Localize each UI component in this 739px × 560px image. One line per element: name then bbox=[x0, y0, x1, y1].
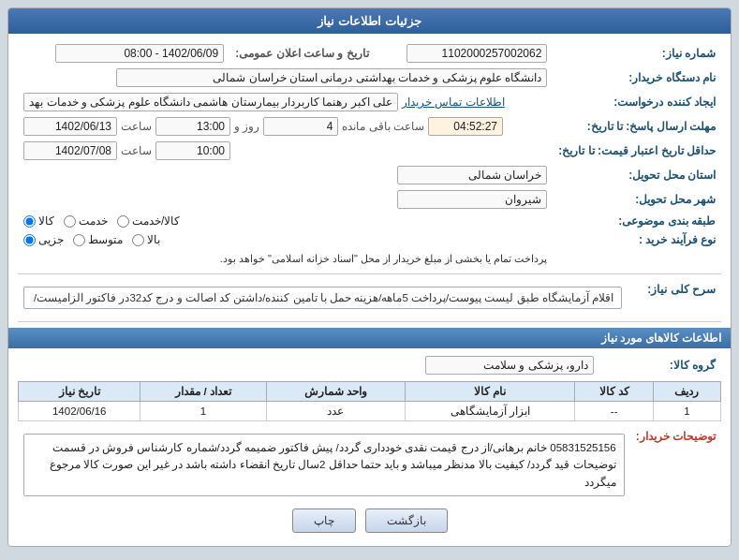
tamas-khariddar-link[interactable]: اطلاعات تماس خریدار bbox=[402, 96, 505, 109]
panel-body: شماره نیاز: 1102000257002062 تاریخ و ساع… bbox=[8, 34, 731, 546]
name-dastgah-value: دانشگاه علوم پزشکی و خدمات بهداشتی درمان… bbox=[18, 66, 553, 90]
radio-kala-khadmat-label: کالا/خدمت bbox=[132, 214, 180, 228]
hadaghel-value: 1402/07/08 ساعت 10:00 bbox=[18, 139, 553, 163]
table-cell-tarikh: 1402/06/16 bbox=[19, 402, 140, 421]
mohlet-label-text: مهلت ارسال پاسخ: تا تاریخ: bbox=[587, 120, 716, 133]
group-kala-table: گروه کالا: دارو، پزشکی و سلامت bbox=[18, 353, 721, 377]
row-hadaghel: حداقل تاریخ اعتبار قیمت: تا تاریخ: 1402/… bbox=[18, 139, 721, 163]
table-cell-name_kala: ابزار آزمایشگاهی bbox=[405, 402, 575, 421]
pardakht-note-cell: پرداخت تمام یا بخشی از مبلغ خریدار از مح… bbox=[18, 249, 553, 268]
shahr-label: شهر محل تحویل: bbox=[553, 187, 721, 212]
ostan-input: خراسان شمالی bbox=[397, 166, 547, 184]
tarikh-saat-input: 1402/06/09 - 08:00 bbox=[55, 44, 224, 63]
tarikh-saat-value: 1402/06/09 - 08:00 bbox=[18, 41, 229, 66]
radio-jozi-input[interactable] bbox=[23, 234, 36, 246]
panel-header: جزئیات اطلاعات نیاز bbox=[8, 8, 731, 34]
kala-table-head: ردیف کد کالا نام کالا واحد شمارش تعداد /… bbox=[19, 382, 721, 402]
radio-kala-khadmat-input[interactable] bbox=[117, 215, 129, 228]
table-cell-kod_kala: -- bbox=[575, 402, 654, 421]
tarikh-saat-label: تاریخ و ساعت اعلان عمومی: bbox=[229, 41, 374, 66]
radio-khadmat[interactable]: خدمت bbox=[64, 214, 108, 228]
row-shomare-niaz: شماره نیاز: 1102000257002062 تاریخ و ساع… bbox=[18, 41, 721, 66]
tarikh-label: تاریخ و ساعت اعلان عمومی: bbox=[235, 47, 368, 60]
name-dastgah-label: نام دستگاه خریدار: bbox=[553, 66, 721, 90]
name-dastgah-input: دانشگاه علوم پزشکی و خدمات بهداشتی درمان… bbox=[116, 68, 547, 87]
main-panel: جزئیات اطلاعات نیاز شماره نیاز: 11020002… bbox=[7, 7, 732, 547]
divider-1 bbox=[18, 273, 721, 274]
th-name-kala: نام کالا bbox=[405, 382, 575, 402]
panel-title: جزئیات اطلاعات نیاز bbox=[318, 14, 421, 28]
th-tedad: تعداد / مقدار bbox=[140, 382, 266, 402]
mohlet-roz-label: روز و bbox=[234, 120, 259, 133]
main-container: جزئیات اطلاعات نیاز شماره نیاز: 11020002… bbox=[0, 0, 739, 560]
nooe-farayand-label: نوع فرآیند خرید : bbox=[553, 230, 721, 249]
th-radif: ردیف bbox=[653, 382, 720, 402]
kala-table-body: 1--ابزار آزمایشگاهیعدد11402/06/16 bbox=[19, 402, 721, 421]
kala-table-header-row: ردیف کد کالا نام کالا واحد شمارش تعداد /… bbox=[19, 382, 721, 402]
radio-jozi-label: جزیی bbox=[38, 233, 64, 246]
radio-kala[interactable]: کالا bbox=[23, 214, 54, 228]
serh-koli-value: اقلام آزمایشگاه طبق لیست پیوست/پرداخت 5م… bbox=[18, 280, 628, 316]
kala-table: ردیف کد کالا نام کالا واحد شمارش تعداد /… bbox=[18, 381, 721, 421]
th-tarikh: تاریخ نیاز bbox=[19, 382, 140, 402]
radio-motavaset-label: متوسط bbox=[88, 233, 123, 246]
tozi-table: توضیحات خریدار: 05831525156 خانم برهانی/… bbox=[18, 427, 721, 499]
radio-kala-khadmat[interactable]: کالا/خدمت bbox=[117, 214, 180, 228]
row-group-kala: گروه کالا: دارو، پزشکی و سلامت bbox=[18, 353, 721, 377]
ijad-konande-label: ایجاد کننده درخواست: bbox=[553, 90, 721, 114]
mohlet-roz-input: 4 bbox=[263, 117, 338, 136]
radio-bala-input[interactable] bbox=[132, 234, 144, 246]
group-kala-input: دارو، پزشکی و سلامت bbox=[425, 356, 594, 375]
radio-motavaset-input[interactable] bbox=[73, 234, 85, 246]
hadaghel-label: حداقل تاریخ اعتبار قیمت: تا تاریخ: bbox=[553, 139, 721, 163]
radio-motavaset[interactable]: متوسط bbox=[73, 233, 123, 246]
print-button[interactable]: چاپ bbox=[292, 508, 356, 533]
row-serh-koli: سرح کلی نیاز: اقلام آزمایشگاه طبق لیست پ… bbox=[18, 280, 721, 316]
serh-koli-table: سرح کلی نیاز: اقلام آزمایشگاه طبق لیست پ… bbox=[18, 280, 721, 316]
mohlet-label: مهلت ارسال پاسخ: تا تاریخ: bbox=[553, 114, 721, 139]
radio-kala-label: کالا bbox=[38, 214, 54, 228]
group-kala-value: دارو، پزشکی و سلامت bbox=[18, 353, 599, 377]
back-button[interactable]: بازگشت bbox=[365, 508, 448, 533]
shomare-niaz-value: 1102000257002062 bbox=[375, 41, 554, 66]
mohlet-saat-mande-input: 04:52:27 bbox=[428, 117, 503, 136]
row-ostan: استان محل تحویل: خراسان شمالی bbox=[18, 163, 721, 187]
table-cell-tedad: 1 bbox=[140, 402, 266, 421]
row-tozi: توضیحات خریدار: 05831525156 خانم برهانی/… bbox=[18, 427, 721, 499]
table-cell-vahed: عدد bbox=[266, 402, 405, 421]
mohlet-value: 1402/06/13 ساعت 13:00 روز و 4 ساعت باقی … bbox=[18, 114, 553, 139]
radio-jozi[interactable]: جزیی bbox=[23, 233, 64, 246]
row-shahr: شهر محل تحویل: شیروان bbox=[18, 187, 721, 212]
mohlet-saat-mande-label: ساعت باقی مانده bbox=[342, 120, 424, 133]
ijad-konande-input: علی اکبر رهنما کاربردار بیمارستان هاشمی … bbox=[23, 93, 398, 111]
ostan-label: استان محل تحویل: bbox=[553, 163, 721, 187]
th-vahed: واحد شمارش bbox=[266, 382, 405, 402]
radio-khadmat-input[interactable] bbox=[64, 215, 76, 228]
serh-koli-label: سرح کلی نیاز: bbox=[628, 280, 721, 316]
shahr-input: شیروان bbox=[397, 190, 547, 209]
info-section-title: اطلاعات کالاهای مورد نیاز bbox=[8, 328, 731, 348]
serh-koli-box: اقلام آزمایشگاه طبق لیست پیوست/پرداخت 5م… bbox=[23, 287, 622, 309]
hadaghel-date-input: 1402/07/08 bbox=[23, 141, 117, 160]
radio-khadmat-label: خدمت bbox=[79, 214, 108, 228]
row-mohlet: مهلت ارسال پاسخ: تا تاریخ: 1402/06/13 سا… bbox=[18, 114, 721, 139]
shahr-value: شیروان bbox=[18, 187, 553, 212]
tozi-value: 05831525156 خانم برهانی/از درج قیمت نقدی… bbox=[18, 427, 630, 499]
hadaghel-saat-label: ساعت bbox=[121, 144, 152, 157]
button-row: بازگشت چاپ bbox=[18, 508, 721, 538]
mohlet-saat-label: ساعت bbox=[121, 120, 152, 133]
table-cell-radif: 1 bbox=[653, 402, 720, 421]
tabagheh-value: کالا/خدمت خدمت کالا bbox=[18, 212, 553, 230]
divider-2 bbox=[18, 321, 721, 322]
tozi-box: 05831525156 خانم برهانی/از درج قیمت نقدی… bbox=[23, 434, 625, 496]
hadaghel-saat-input: 10:00 bbox=[155, 141, 230, 160]
tozi-label: توضیحات خریدار: bbox=[630, 427, 721, 499]
row-nooe-farayand: نوع فرآیند خرید : بالا متوسط bbox=[18, 230, 721, 249]
radio-kala-input[interactable] bbox=[23, 215, 36, 228]
radio-bala[interactable]: بالا bbox=[132, 233, 160, 246]
info-table: شماره نیاز: 1102000257002062 تاریخ و ساع… bbox=[18, 41, 721, 268]
tabagheh-label: طبقه بندی موضوعی: bbox=[553, 212, 721, 230]
radio-bala-label: بالا bbox=[147, 233, 160, 246]
shomare-niaz-label: شماره نیاز: bbox=[553, 41, 721, 66]
table-row: 1--ابزار آزمایشگاهیعدد11402/06/16 bbox=[19, 402, 721, 421]
